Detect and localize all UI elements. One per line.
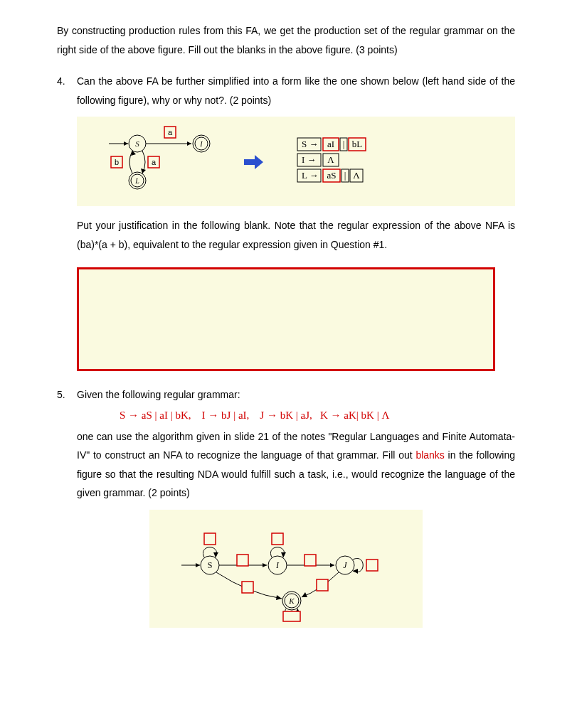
q4-text: Can the above FA be further simplified i… bbox=[77, 72, 515, 109]
rule1-box1[interactable]: aI bbox=[327, 139, 334, 149]
svg-marker-27 bbox=[196, 563, 200, 567]
q5-blank-SI[interactable] bbox=[237, 555, 248, 566]
rule1-sep: | bbox=[343, 139, 345, 149]
q4-number: 4. bbox=[57, 72, 77, 109]
svg-marker-14 bbox=[244, 155, 263, 169]
q5-blank-J-loop[interactable] bbox=[366, 560, 378, 571]
state-I: I bbox=[199, 140, 203, 148]
q5-blank-JK[interactable] bbox=[317, 579, 328, 591]
q5-blanks-word: blanks bbox=[415, 449, 444, 461]
q5-blank-S-loop[interactable] bbox=[204, 533, 216, 545]
q5-body1: one can use bbox=[77, 431, 135, 442]
q5-state-K: K bbox=[288, 596, 295, 605]
state-S: S bbox=[135, 139, 139, 148]
q4-note: Put your justification in the following … bbox=[77, 216, 515, 254]
rule3-box2: Λ bbox=[353, 170, 360, 181]
intro-paragraph: By constructing production rules from th… bbox=[57, 21, 515, 59]
q5-lead: Given the following regular grammar: bbox=[77, 389, 240, 400]
rule3-left: L → bbox=[302, 170, 319, 181]
rule2-box1: Λ bbox=[327, 154, 334, 165]
q5-state-S: S bbox=[208, 560, 213, 570]
q5-blank-IJ[interactable] bbox=[304, 555, 316, 566]
q4-figure: S I a L b bbox=[77, 117, 515, 206]
svg-marker-10 bbox=[141, 168, 146, 173]
svg-marker-40 bbox=[276, 595, 282, 600]
svg-marker-41 bbox=[302, 592, 307, 597]
q5-state-J: J bbox=[343, 560, 347, 570]
label-a-mid[interactable]: a bbox=[152, 158, 157, 166]
label-a-top[interactable]: a bbox=[168, 128, 173, 136]
svg-marker-2 bbox=[124, 141, 128, 146]
q5-figure: S I J bbox=[149, 510, 423, 628]
svg-marker-6 bbox=[187, 141, 191, 146]
q5-blank-SK[interactable] bbox=[242, 582, 253, 593]
rule1-left: S → bbox=[302, 139, 318, 149]
label-b[interactable]: b bbox=[115, 158, 119, 166]
justification-blank[interactable] bbox=[77, 267, 495, 371]
svg-marker-32 bbox=[263, 563, 267, 567]
rule3-sep: | bbox=[344, 170, 346, 181]
svg-marker-36 bbox=[330, 563, 334, 567]
q5-number: 5. bbox=[57, 385, 77, 503]
rule1-box2[interactable]: bL bbox=[352, 139, 363, 149]
rule2-left: I → bbox=[302, 154, 317, 165]
rule3-box1[interactable]: aS bbox=[327, 170, 337, 181]
q5-body3: to recognize the language of that gramma… bbox=[186, 449, 416, 461]
q5-blank-I-loop[interactable] bbox=[272, 533, 283, 545]
q5-blank-K-loop[interactable] bbox=[283, 611, 300, 621]
q5-rules: S → aS | aI | bK, I → bJ | aI, J → bK | … bbox=[120, 405, 515, 426]
state-L: L bbox=[134, 177, 139, 185]
